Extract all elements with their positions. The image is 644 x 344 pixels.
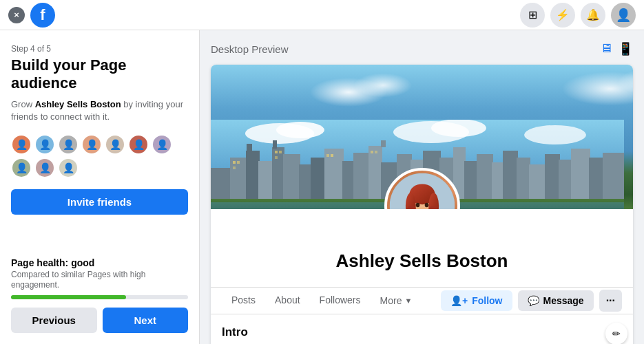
health-bar-background [11,295,188,299]
grid-icon-button[interactable]: ⊞ [520,3,545,28]
top-navigation: × f ⊞ ⚡ 🔔 👤 [0,0,644,30]
invite-friends-button[interactable]: Invite friends [11,189,188,215]
nav-posts[interactable]: Posts [222,288,265,314]
nav-left: × f [8,3,55,28]
svg-rect-42 [279,151,282,153]
svg-point-62 [415,203,419,207]
chevron-down-icon: ▼ [404,297,412,305]
nav-right: ⊞ ⚡ 🔔 👤 [520,3,636,28]
intro-section: Intro [211,314,633,344]
friend-avatar-1: 👤 [11,134,32,155]
cover-photo [211,65,633,209]
preview-title: Desktop Preview [211,43,289,55]
step-description: Grow Ashley Sells Boston by inviting you… [11,98,188,123]
health-bar-fill [11,295,126,299]
friend-avatar-5: 👤 [105,134,125,155]
friend-avatar-2: 👤 [34,134,55,155]
desc-pre: Grow [11,99,35,109]
page-name-section: Ashley Sells Boston [211,209,633,287]
friend-avatar-8: 👤 [11,158,32,178]
messenger-icon: ⚡ [556,8,570,21]
page-health-title: Page health: good [11,257,188,268]
page-name: Ashley Sells Boston [225,250,619,272]
page-health-desc: Compared to similar Pages with high enga… [11,270,188,291]
page-preview-card: Ashley Sells Boston Posts About Follower… [211,65,633,344]
svg-rect-38 [233,161,236,164]
avatar-placeholder: 👤 [616,8,631,23]
svg-rect-9 [247,144,252,154]
svg-point-4 [431,120,486,137]
desktop-preview-icon[interactable]: 🖥 [600,41,612,56]
preview-icons: 🖥 📱 [600,41,633,56]
svg-rect-39 [237,161,240,164]
bottom-buttons: Previous Next [11,308,188,333]
bell-icon: 🔔 [586,8,600,21]
messenger-icon-button[interactable]: ⚡ [550,3,575,28]
profile-picture [384,168,460,209]
follow-icon: 👤+ [450,295,468,306]
svg-rect-40 [233,166,236,169]
page-action-buttons: 👤+ Follow 💬 Message ··· [441,290,622,312]
svg-rect-20 [381,140,386,147]
nav-more[interactable]: More ▼ [371,288,422,313]
svg-rect-41 [275,151,278,153]
facebook-logo: f [30,3,55,28]
svg-rect-44 [326,154,329,157]
mobile-preview-icon[interactable]: 📱 [618,41,633,56]
user-avatar[interactable]: 👤 [611,3,636,28]
preview-header: Desktop Preview 🖥 📱 [211,41,633,56]
friends-avatars: 👤 👤 👤 👤 👤 👤 👤 👤 👤 👤 [11,134,188,178]
left-panel: Step 4 of 5 Build your Page audience Gro… [0,30,200,344]
edit-button[interactable]: ✏ [605,323,627,344]
svg-point-5 [524,125,586,144]
svg-rect-45 [331,154,333,157]
previous-button[interactable]: Previous [11,308,97,333]
bell-icon-button[interactable]: 🔔 [581,3,605,28]
svg-point-2 [276,122,324,138]
step-title: Build your Page audience [11,56,188,93]
friend-avatar-6: 👤 [128,134,149,155]
edit-icon: ✏ [612,328,621,339]
nav-followers[interactable]: Followers [310,288,371,314]
close-button[interactable]: × [8,7,25,23]
right-panel: Desktop Preview 🖥 📱 [200,30,644,344]
svg-rect-43 [275,156,278,159]
page-health: Page health: good Compared to similar Pa… [11,257,188,299]
step-label: Step 4 of 5 [11,44,188,54]
message-button[interactable]: 💬 Message [518,290,594,311]
svg-point-63 [424,203,428,207]
message-label: Message [543,295,584,306]
message-icon: 💬 [528,295,539,306]
grid-icon: ⊞ [528,8,537,21]
page-navigation: Posts About Followers More ▼ 👤+ Follow 💬… [211,287,633,314]
friend-avatar-9: 👤 [34,158,55,178]
profile-picture-wrapper [384,168,460,209]
svg-rect-47 [375,151,377,153]
friend-avatar-10: 👤 [58,158,79,178]
nav-more-label: More [380,295,402,306]
more-actions-button[interactable]: ··· [599,290,622,312]
nav-about[interactable]: About [265,288,310,314]
friend-avatar-3: 👤 [58,134,79,155]
friend-avatar-7: 👤 [152,134,172,155]
friend-avatar-4: 👤 [81,134,102,155]
svg-rect-46 [371,151,373,153]
intro-title: Intro [222,325,622,339]
next-button[interactable]: Next [103,308,189,333]
svg-rect-12 [273,140,277,149]
follow-button[interactable]: 👤+ Follow [441,290,512,311]
main-content: Step 4 of 5 Build your Page audience Gro… [0,30,644,344]
desc-page-name: Ashley Sells Boston [35,99,121,109]
follow-label: Follow [472,295,502,306]
